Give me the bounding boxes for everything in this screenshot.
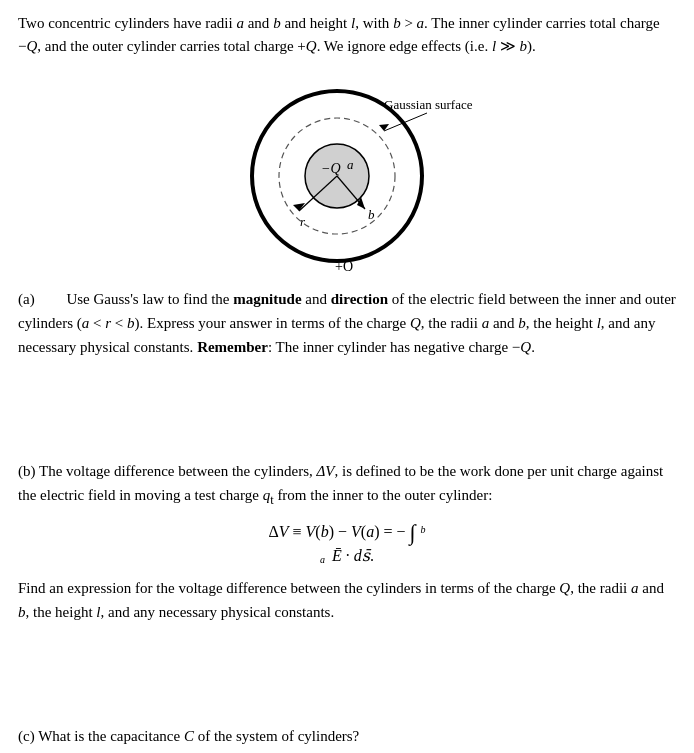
intro-b: b — [273, 15, 281, 31]
eq-delta-v: ΔV ≡ V(b) − V(a) = − — [268, 523, 405, 540]
svg-text:−Q: −Q — [321, 161, 341, 176]
part-b-answer-space — [18, 624, 676, 714]
part-a-label: (a) Use Gauss's law to find the magnitud… — [18, 287, 676, 359]
part-b-text: (b) The voltage difference between the c… — [18, 459, 676, 510]
part-c: (c) What is the capacitance C of the sys… — [18, 724, 676, 748]
svg-text:b: b — [368, 207, 375, 222]
eq-integral: ∫ — [410, 520, 416, 545]
part-b-find-text: Find an expression for the voltage diffe… — [18, 576, 676, 624]
part-b: (b) The voltage difference between the c… — [18, 459, 676, 714]
diagram-container: −Q a b r +Q Gaussian surface — [18, 71, 676, 271]
intro-l: l — [351, 15, 355, 31]
svg-text:+Q: +Q — [335, 259, 353, 271]
part-c-label: (c) — [18, 728, 35, 744]
magnitude-bold: magnitude — [233, 291, 301, 307]
part-a-text: Use Gauss's law to find the magnitude an… — [18, 291, 676, 355]
intro-q-outer: Q — [306, 38, 317, 54]
intro-l2: l — [492, 38, 496, 54]
part-c-text: (c) What is the capacitance C of the sys… — [18, 724, 676, 748]
intro-paragraph: Two concentric cylinders have radii a an… — [18, 12, 676, 57]
eq-integrand: Ē · ds̄. — [332, 547, 374, 564]
intro-a: a — [236, 15, 244, 31]
svg-text:r: r — [300, 214, 306, 229]
concentric-cylinders-diagram: −Q a b r +Q Gaussian surface — [217, 71, 477, 271]
voltage-equation: ΔV ≡ V(b) − V(a) = − ∫ ba Ē · ds̄. — [18, 520, 676, 566]
intro-b3: b — [520, 38, 528, 54]
intro-q-inner: Q — [26, 38, 37, 54]
diagram-wrapper: −Q a b r +Q Gaussian surface — [217, 71, 477, 271]
direction-bold: direction — [331, 291, 388, 307]
part-a: (a) Use Gauss's law to find the magnitud… — [18, 287, 676, 449]
part-b-label: (b) — [18, 463, 36, 479]
gaussian-label: Gaussian surface — [384, 97, 473, 112]
part-a-answer-space — [18, 359, 676, 449]
intro-a2: a — [417, 15, 425, 31]
intro-b2: b — [393, 15, 401, 31]
part-a-marker: (a) — [18, 291, 35, 307]
svg-text:a: a — [347, 157, 354, 172]
